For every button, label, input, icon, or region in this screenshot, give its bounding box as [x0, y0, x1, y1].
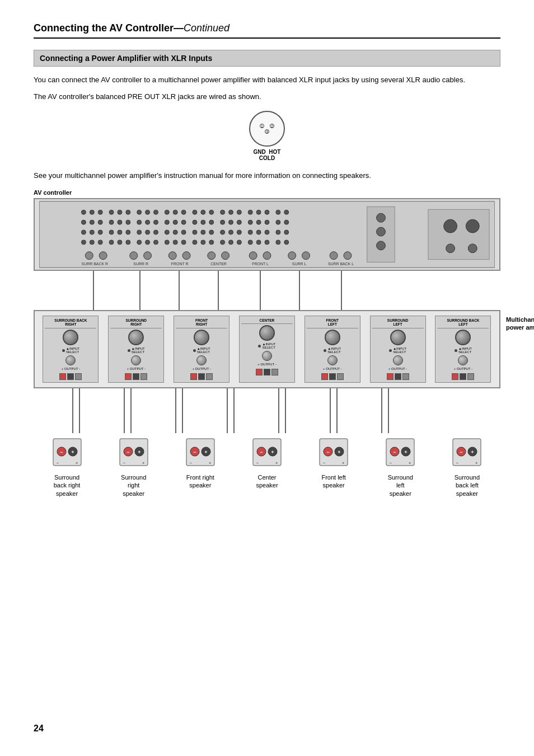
svg-point-14: [201, 210, 205, 214]
amp-output-label: + OUTPUT -: [127, 367, 146, 370]
svg-point-40: [229, 220, 233, 224]
svg-point-58: [181, 230, 186, 234]
xlr-pins: 1 2 3: [260, 124, 274, 134]
svg-point-81: [181, 240, 186, 244]
svg-text:−: −: [460, 449, 463, 455]
svg-point-51: [118, 230, 122, 234]
amp-select-label: ▲INPUTSELECT: [458, 347, 472, 354]
speaker-wire-svg: [34, 388, 500, 433]
svg-text:−: −: [190, 461, 193, 466]
amp-terminal-left: [321, 373, 328, 380]
svg-point-54: [146, 230, 150, 234]
svg-point-3: [98, 210, 102, 214]
amp-input-dot: [258, 345, 261, 348]
svg-text:−: −: [456, 461, 459, 466]
svg-point-93: [85, 251, 93, 259]
svg-point-30: [137, 220, 142, 224]
multichannel-label: Multichannel power amplifier: [506, 316, 534, 332]
amp-volume-knob: [63, 330, 78, 345]
svg-text:−: −: [326, 449, 329, 455]
amp-select-row: ▲INPUTSELECT: [389, 347, 406, 354]
svg-point-5: [118, 210, 122, 214]
amp-output-label: + OUTPUT -: [257, 363, 276, 366]
svg-point-19: [248, 210, 252, 214]
amp-output-label: + OUTPUT -: [192, 367, 210, 370]
amp-channel-ch5: FRONTLEFT ▲INPUTSELECT + OUTPUT -: [305, 316, 360, 383]
speaker-col-ch1: − + − + Surroundback rightspeaker: [39, 438, 95, 497]
amp-knob-area: ▲INPUTSELECT + OUTPUT -: [321, 330, 344, 380]
svg-point-37: [201, 220, 205, 224]
amp-select-row: ▲INPUTSELECT: [128, 347, 145, 354]
svg-text:+: +: [405, 449, 407, 455]
svg-text:+: +: [275, 461, 278, 466]
amp-volume-knob: [194, 330, 209, 345]
svg-point-38: [209, 220, 214, 224]
amp-gain-knob: [327, 355, 338, 365]
speaker-icon-ch5: − + − +: [317, 438, 350, 471]
amp-output-terminals: [190, 373, 213, 380]
speaker-icon-ch3: − + − +: [184, 438, 217, 471]
amp-gain-knob: [131, 355, 141, 365]
svg-text:+: +: [75, 461, 78, 466]
svg-point-10: [165, 210, 169, 214]
svg-text:+: +: [471, 449, 474, 455]
svg-point-66: [256, 230, 261, 234]
svg-text:+: +: [209, 461, 212, 466]
xlr-pin-top-row: 1 2: [260, 124, 274, 128]
svg-point-4: [109, 210, 114, 214]
amp-knob-area: ▲INPUTSELECT + OUTPUT -: [452, 330, 474, 380]
amp-channel-ch7: SURROUND BACKLEFT ▲INPUTSELECT + OUTPUT …: [435, 316, 491, 383]
amp-gain-knob: [65, 355, 76, 365]
svg-rect-111: [428, 209, 489, 259]
amp-select-label: ▲INPUTSELECT: [66, 347, 79, 354]
amp-knob-area: ▲INPUTSELECT + OUTPUT -: [125, 330, 147, 380]
svg-point-45: [276, 220, 280, 224]
svg-point-43: [256, 220, 261, 224]
amp-output-terminals: [387, 373, 409, 380]
svg-point-31: [146, 220, 150, 224]
speaker-col-ch4: − + − + Centerspeaker: [239, 438, 295, 497]
svg-point-29: [126, 220, 130, 224]
xlr-pin-1: 1: [260, 124, 264, 128]
amp-terminal-right: [460, 373, 466, 380]
svg-point-68: [276, 230, 280, 234]
svg-point-87: [237, 240, 241, 244]
amp-volume-knob: [325, 330, 340, 345]
svg-point-18: [237, 210, 241, 214]
amp-terminal-center: [337, 373, 344, 380]
svg-point-61: [209, 230, 214, 234]
amp-channel-label: SURROUNDLEFT: [372, 318, 424, 329]
svg-point-39: [221, 220, 225, 224]
body-para3: See your multichannel power amplifier's …: [34, 170, 500, 181]
amp-terminal-right: [395, 373, 401, 380]
svg-text:−: −: [390, 461, 392, 466]
xlr-diagram: 1 2 3 GND HOT COLD: [239, 111, 295, 161]
svg-text:−: −: [60, 449, 63, 455]
svg-point-84: [209, 240, 214, 244]
speaker-col-ch2: − + − + Surroundrightspeaker: [106, 438, 162, 497]
amp-terminal-right: [133, 373, 139, 380]
amp-input-dot: [62, 349, 65, 352]
svg-point-32: [153, 220, 158, 224]
amp-gain-knob: [393, 355, 403, 365]
svg-point-25: [90, 220, 94, 224]
svg-point-11: [173, 210, 177, 214]
av-panel-wrapper: SURR BACK R SURR R FRONT R CENTER FRONT …: [34, 198, 500, 271]
svg-point-8: [146, 210, 150, 214]
svg-text:+: +: [204, 449, 207, 455]
section-header: Connecting a Power Amplifier with XLR In…: [34, 50, 500, 67]
speaker-col-ch6: − + − + Surroundleftspeaker: [372, 438, 428, 497]
amp-input-dot: [128, 349, 130, 352]
svg-point-33: [165, 220, 169, 224]
svg-text:−: −: [256, 461, 259, 466]
amp-channel-label: SURROUNDRIGHT: [110, 318, 162, 329]
amp-terminal-left: [125, 373, 132, 380]
svg-point-16: [221, 210, 225, 214]
svg-point-106: [344, 251, 352, 259]
page-header: Connecting the AV Controller—Continued: [34, 22, 500, 39]
svg-point-52: [126, 230, 130, 234]
speaker-col-ch7: − + − + Surroundback leftspeaker: [439, 438, 495, 497]
svg-point-85: [221, 240, 225, 244]
svg-point-57: [173, 230, 177, 234]
xlr-labels: GND HOT COLD: [254, 149, 281, 161]
